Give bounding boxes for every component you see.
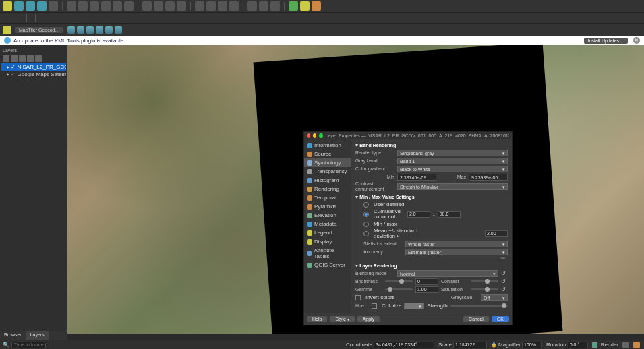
load-button[interactable]: Load — [355, 256, 508, 260]
help-icon[interactable] — [312, 1, 321, 11]
print-icon[interactable] — [49, 1, 58, 11]
tab-attribute-tables[interactable]: Attribute Tables — [304, 246, 351, 261]
redo-icon[interactable] — [270, 1, 280, 11]
color-gradient-select[interactable]: Black to White — [397, 166, 508, 172]
colorize-color-picker[interactable] — [404, 303, 424, 309]
save-icon[interactable] — [26, 1, 35, 11]
zoom-layer-icon[interactable] — [113, 1, 122, 11]
expand-all-icon[interactable] — [27, 55, 34, 62]
reset-icon[interactable]: ↺ — [501, 278, 508, 284]
minimize-window-icon[interactable] — [313, 133, 316, 138]
tab-elevation[interactable]: Elevation — [304, 211, 351, 220]
close-window-icon[interactable] — [307, 133, 310, 138]
reset-icon[interactable]: ↺ — [501, 286, 508, 292]
gray-band-select[interactable]: Band 1 — [397, 158, 508, 164]
tab-maptiler[interactable]: MapTiler Geocod… — [15, 27, 63, 33]
saturation-slider[interactable] — [471, 288, 498, 290]
contrast-slider[interactable] — [471, 280, 498, 282]
accuracy-select[interactable]: Estimate (faster) — [405, 249, 508, 255]
provider-icon-2[interactable] — [77, 26, 84, 34]
grayscale-select[interactable]: Off — [481, 294, 508, 301]
rotation-input[interactable]: 0.0 ° — [568, 342, 588, 348]
measure-icon[interactable] — [177, 1, 186, 11]
attributes-icon[interactable] — [195, 1, 204, 11]
reset-blending-icon[interactable]: ↺ — [501, 270, 508, 276]
lock-icon[interactable]: 🔒 — [491, 342, 497, 348]
coordinate-input[interactable]: 34.6437,-119.0334° — [374, 342, 434, 348]
blending-mode-select[interactable]: Normal — [397, 270, 498, 277]
layers-tab[interactable]: Layers — [26, 331, 49, 340]
meanstd-input[interactable]: 2.00 — [485, 230, 508, 237]
save-as-icon[interactable] — [37, 1, 47, 11]
locator-input[interactable] — [11, 342, 52, 348]
new-project-icon[interactable] — [3, 1, 12, 11]
layer-tree-item[interactable]: ▸ ✓ Google Maps Satellite — [1, 71, 66, 78]
provider-icon-5[interactable] — [105, 26, 113, 34]
tab-source[interactable]: Source — [304, 150, 351, 158]
python-console-icon[interactable] — [300, 1, 310, 11]
open-project-icon[interactable] — [14, 1, 24, 11]
cancel-button[interactable]: Cancel — [463, 316, 489, 322]
plugin-settings-icon[interactable] — [289, 1, 298, 11]
field-calc-icon[interactable] — [206, 1, 216, 11]
radio-user-defined[interactable] — [363, 202, 369, 208]
undo-icon[interactable] — [259, 1, 268, 11]
provider-icon-6[interactable] — [115, 26, 122, 34]
render-checkbox[interactable] — [592, 342, 597, 348]
tab-metadata[interactable]: Metadata — [304, 220, 351, 228]
messages-icon[interactable] — [633, 342, 640, 348]
radio-meanstd[interactable] — [363, 231, 369, 236]
cumulative-high-input[interactable]: 98.0 — [438, 211, 461, 218]
identify-icon[interactable] — [142, 1, 152, 11]
max-input[interactable]: 9.23939e-05 — [469, 174, 508, 181]
deselect-icon[interactable] — [165, 1, 175, 11]
tab-legend[interactable]: Legend — [304, 228, 351, 237]
tab-transparency[interactable]: Transparency — [304, 167, 351, 176]
layer-tree-item[interactable]: ▸ ✓ NISAR_L2_PR_GCOV_001 — [1, 63, 66, 71]
magnifier-input[interactable]: 100% — [522, 342, 542, 348]
toolbox-icon[interactable] — [218, 1, 227, 11]
refresh-icon[interactable] — [247, 1, 257, 11]
radio-cumulative[interactable] — [363, 212, 369, 217]
map-canvas[interactable]: Layer Properties — NISAR_L2_PR_GCOV_001_… — [67, 45, 644, 334]
apply-button[interactable]: Apply — [357, 316, 380, 322]
radio-minmax[interactable] — [363, 222, 369, 227]
scale-input[interactable]: 1:184722 — [453, 342, 487, 348]
lightning-icon[interactable] — [3, 26, 11, 34]
contrast-enhancement-select[interactable]: Stretch to MinMax — [397, 183, 508, 190]
stats-extent-select[interactable]: Whole raster — [405, 241, 508, 247]
colorize-checkbox[interactable] — [372, 303, 377, 309]
tab-symbology[interactable]: Symbology — [304, 158, 351, 167]
tab-qgis-server[interactable]: QGIS Server — [304, 261, 351, 269]
add-group-icon[interactable] — [3, 55, 9, 62]
install-updates-button[interactable]: Install Updates… — [584, 38, 628, 44]
strength-slider[interactable] — [450, 305, 508, 307]
stats-icon[interactable] — [229, 1, 239, 11]
browser-tab[interactable]: Browser — [0, 331, 26, 340]
zoom-out-icon[interactable] — [90, 1, 99, 11]
cumulative-low-input[interactable]: 2.0 — [407, 211, 430, 218]
close-icon[interactable]: ✕ — [633, 37, 640, 44]
brightness-input[interactable]: 0 — [415, 278, 438, 285]
help-button[interactable]: Help — [307, 316, 327, 322]
select-icon[interactable] — [154, 1, 163, 11]
filter-legend-icon[interactable] — [19, 55, 26, 62]
pan-icon[interactable] — [67, 1, 76, 11]
provider-icon-3[interactable] — [86, 26, 94, 34]
crs-icon[interactable] — [622, 342, 629, 348]
tab-pyramids[interactable]: Pyramids — [304, 202, 351, 211]
collapse-all-icon[interactable] — [35, 55, 42, 62]
gamma-input[interactable]: 1.00 — [415, 286, 438, 293]
dialog-titlebar[interactable]: Layer Properties — NISAR_L2_PR_GCOV_001_… — [304, 132, 512, 139]
style-button[interactable]: Style — [330, 316, 354, 322]
zoom-in-icon[interactable] — [78, 1, 88, 11]
render-type-select[interactable]: Singleband gray — [397, 150, 508, 156]
provider-icon-4[interactable] — [96, 26, 103, 34]
tab-temporal[interactable]: Temporal — [304, 193, 351, 202]
zoom-window-icon[interactable] — [319, 133, 322, 138]
brightness-slider[interactable] — [385, 280, 413, 282]
zoom-selection-icon[interactable] — [124, 1, 134, 11]
zoom-full-icon[interactable] — [101, 1, 111, 11]
tab-rendering[interactable]: Rendering — [304, 185, 351, 193]
min-input[interactable]: 2.38745e-09 — [397, 174, 436, 181]
